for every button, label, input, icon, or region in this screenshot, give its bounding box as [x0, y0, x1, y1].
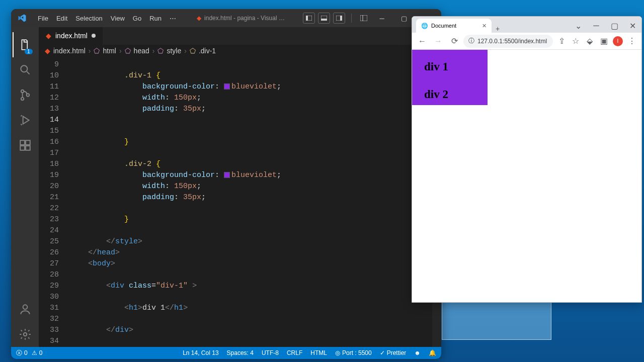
- bc-div1[interactable]: .div-1: [199, 47, 216, 55]
- svg-rect-16: [26, 146, 30, 150]
- close-tab-icon[interactable]: ✕: [482, 23, 487, 29]
- menu-view[interactable]: View: [107, 13, 128, 24]
- chrome-tab-strip: 🌐 Document ✕ + ⌄ ─ ▢ ✕: [412, 17, 641, 33]
- code-editor[interactable]: 9101112131415161718192021222324252627282…: [39, 57, 441, 347]
- layout-right-icon[interactable]: [333, 13, 345, 24]
- layout-custom-icon[interactable]: [358, 13, 370, 24]
- back-button[interactable]: ←: [415, 34, 429, 48]
- chrome-dropdown-icon[interactable]: ⌄: [569, 19, 587, 33]
- chrome-window: 🌐 Document ✕ + ⌄ ─ ▢ ✕ ← → ⟳ ⓘ 127.0.0.1…: [412, 16, 642, 303]
- window-title: ◆ index.html - pagina - Visual …: [180, 15, 302, 22]
- main-area: 1 ◆ index.html ◆ index.html › ⬠: [11, 27, 441, 347]
- code-content[interactable]: .div-1 { background-color: blueviolet; w…: [68, 57, 441, 347]
- share-icon[interactable]: ⇪: [555, 35, 568, 48]
- line-numbers: 9101112131415161718192021222324252627282…: [39, 57, 68, 347]
- chrome-close-button[interactable]: ✕: [623, 19, 641, 33]
- chrome-minimize-button[interactable]: ─: [587, 19, 605, 33]
- menu-selection[interactable]: Selection: [72, 13, 106, 24]
- warning-icon: ⚠: [32, 349, 37, 356]
- svg-rect-5: [340, 16, 342, 21]
- broadcast-icon: ◎: [335, 349, 340, 356]
- layout-bottom-icon[interactable]: [318, 13, 330, 24]
- new-tab-button[interactable]: +: [492, 25, 504, 33]
- info-icon: ⓘ: [468, 37, 474, 45]
- vscode-window: File Edit Selection View Go Run ⋯ ◆ inde…: [11, 9, 441, 359]
- status-lang[interactable]: HTML: [310, 349, 327, 356]
- chrome-window-controls: ⌄ ─ ▢ ✕: [569, 19, 641, 33]
- profile-avatar[interactable]: I: [611, 35, 624, 48]
- account-icon[interactable]: [13, 297, 38, 322]
- status-warnings[interactable]: ⚠0: [32, 349, 43, 356]
- status-eol[interactable]: CRLF: [287, 349, 302, 356]
- menu-go[interactable]: Go: [129, 13, 145, 24]
- extension-icon[interactable]: ⬙: [583, 35, 596, 48]
- svg-rect-15: [20, 146, 25, 150]
- desktop-selection: [442, 301, 551, 340]
- bc-style[interactable]: style: [167, 47, 181, 55]
- page-viewport: div 1 div 2: [412, 50, 641, 302]
- chevron-right-icon: ›: [89, 47, 91, 55]
- explorer-icon[interactable]: 1: [13, 32, 38, 57]
- titlebar: File Edit Selection View Go Run ⋯ ◆ inde…: [11, 9, 441, 27]
- address-bar[interactable]: ⓘ 127.0.0.1:5500/index.html: [463, 35, 553, 48]
- error-icon: ⓧ: [16, 349, 22, 357]
- svg-marker-13: [23, 116, 29, 124]
- svg-rect-14: [20, 140, 25, 145]
- symbol-icon: ⬠: [157, 47, 164, 55]
- explorer-badge: 1: [25, 49, 33, 54]
- bc-html[interactable]: html: [103, 47, 116, 55]
- breadcrumb[interactable]: ◆ index.html › ⬠ html › ⬠ head › ⬠ style…: [39, 45, 441, 58]
- rendered-div-2: div 2: [412, 77, 488, 105]
- layout-left-icon[interactable]: [303, 13, 315, 24]
- status-errors[interactable]: ⓧ0: [16, 349, 28, 357]
- extensions-icon[interactable]: [13, 133, 38, 158]
- svg-line-9: [27, 71, 29, 74]
- bc-head[interactable]: head: [134, 47, 149, 55]
- editor-area: ◆ index.html ◆ index.html › ⬠ html › ⬠ h…: [39, 27, 441, 347]
- status-port[interactable]: ◎Port : 5500: [335, 349, 372, 356]
- status-cursor[interactable]: Ln 14, Col 13: [183, 349, 218, 356]
- menu-run[interactable]: Run: [146, 13, 165, 24]
- sidepanel-icon[interactable]: ▣: [597, 35, 610, 48]
- menu-edit[interactable]: Edit: [53, 13, 71, 24]
- status-prettier[interactable]: ✓Prettier: [380, 349, 407, 356]
- menu-file[interactable]: File: [34, 13, 52, 24]
- color-swatch-icon[interactable]: [224, 83, 230, 89]
- svg-point-11: [21, 98, 23, 100]
- reload-button[interactable]: ⟳: [447, 34, 461, 48]
- div1-heading: div 1: [424, 60, 475, 73]
- html-file-icon: ◆: [197, 15, 201, 22]
- status-encoding[interactable]: UTF-8: [262, 349, 279, 356]
- html-file-icon: ◆: [46, 32, 51, 40]
- minimize-button[interactable]: ─: [371, 9, 393, 27]
- status-bar: ⓧ0 ⚠0 Ln 14, Col 13 Spaces: 4 UTF-8 CRLF…: [11, 347, 441, 359]
- settings-icon[interactable]: [13, 322, 38, 347]
- chrome-maximize-button[interactable]: ▢: [605, 19, 623, 33]
- symbol-icon: ⬠: [190, 47, 196, 55]
- tab-index-html[interactable]: ◆ index.html: [39, 27, 103, 45]
- chrome-tab-document[interactable]: 🌐 Document ✕: [416, 19, 492, 33]
- svg-rect-17: [26, 140, 30, 145]
- div2-heading: div 2: [424, 88, 475, 101]
- menu-overflow[interactable]: ⋯: [166, 13, 180, 24]
- url-text: 127.0.0.1:5500/index.html: [477, 38, 547, 45]
- status-feedback-icon[interactable]: ☻: [414, 349, 421, 356]
- source-control-icon[interactable]: [13, 82, 38, 108]
- status-spaces[interactable]: Spaces: 4: [227, 349, 254, 356]
- bookmark-icon[interactable]: ☆: [569, 35, 582, 48]
- svg-point-8: [21, 65, 27, 72]
- chrome-tab-title: Document: [431, 23, 456, 29]
- bc-file[interactable]: index.html: [53, 47, 86, 55]
- debug-icon[interactable]: [13, 108, 38, 133]
- symbol-icon: ⬠: [125, 47, 131, 55]
- forward-button[interactable]: →: [431, 34, 445, 48]
- title-text: index.html - pagina - Visual …: [204, 15, 285, 22]
- chrome-menu-icon[interactable]: ⋮: [625, 35, 638, 48]
- chevron-right-icon: ›: [152, 47, 155, 55]
- svg-point-19: [23, 333, 27, 336]
- status-bell-icon[interactable]: 🔔: [429, 349, 436, 356]
- search-icon[interactable]: [13, 57, 38, 82]
- chevron-right-icon: ›: [119, 47, 122, 55]
- tab-label: index.html: [55, 32, 88, 40]
- color-swatch-icon[interactable]: [224, 172, 230, 178]
